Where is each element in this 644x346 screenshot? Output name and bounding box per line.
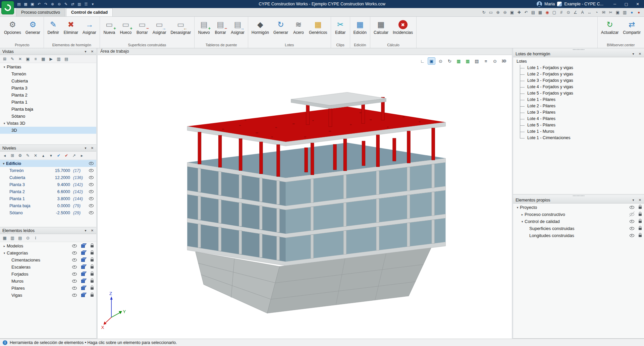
chevron-right-icon[interactable]: ▸ <box>520 213 525 216</box>
orbit-icon[interactable]: ↻ <box>481 9 487 16</box>
gray-column[interactable] <box>259 206 262 230</box>
gray-column[interactable] <box>376 227 379 250</box>
ribbon-button-nuevo[interactable]: ▤+Nuevo <box>196 18 212 36</box>
close-panel-icon[interactable]: ✕ <box>638 198 642 202</box>
red-column[interactable] <box>311 143 314 175</box>
visibility-icon[interactable]: ⊙ <box>437 57 444 65</box>
red-column[interactable] <box>277 145 280 176</box>
chevron-down-icon[interactable]: ▾ <box>2 251 7 255</box>
eye-icon[interactable] <box>89 182 94 187</box>
close-button[interactable]: ✕ <box>632 0 643 8</box>
eye-icon[interactable] <box>72 264 77 269</box>
lote-item-lote-5-pilares[interactable]: Lote 5 - Pilares <box>515 122 643 128</box>
lote-item-lote-4-forjados-y-vigas[interactable]: Lote 4 - Forjados y vigas <box>515 84 643 90</box>
analysis-icon[interactable]: ▦ <box>455 57 463 65</box>
read-element-row-categorias[interactable]: ▾Categorías <box>0 249 96 256</box>
close-panel-icon[interactable]: ✕ <box>90 50 95 53</box>
layers-icon[interactable]: ≡ <box>482 57 490 65</box>
delete-level-icon[interactable]: ✕ <box>32 152 39 159</box>
zoom-window-icon[interactable]: ▭ <box>488 9 494 16</box>
gray-column[interactable] <box>218 199 221 223</box>
globe-icon[interactable]: ● <box>629 9 635 16</box>
windows-icon[interactable]: ▣ <box>614 9 621 16</box>
level-row-sotano[interactable]: Sótano-2.5000(29) <box>0 209 96 216</box>
user-name[interactable]: Maria <box>544 2 555 6</box>
ribbon-button-opciones[interactable]: ⚙Opciones <box>2 18 23 36</box>
collapse-panel-icon[interactable]: ▾ <box>631 52 636 56</box>
delete-view-icon[interactable]: ✕ <box>17 56 23 62</box>
layout-icon[interactable]: ▥ <box>76 1 82 7</box>
red-column[interactable] <box>343 139 347 171</box>
lote-item-lote-5-forjados-y-vigas[interactable]: Lote 5 - Forjados y vigas <box>515 90 643 97</box>
ribbon-button-borrar[interactable]: ▤−Borrar <box>213 18 228 36</box>
zoom-out-icon[interactable]: ⊖ <box>502 9 508 16</box>
eye-off-icon[interactable] <box>629 212 635 217</box>
eye-icon[interactable] <box>629 205 635 210</box>
print-icon[interactable]: ▤ <box>530 9 536 16</box>
level-row-planta-1[interactable]: Planta 13.8000(144) <box>0 195 96 202</box>
zoom-out-icon[interactable]: ⊖ <box>56 1 62 7</box>
own-element-row-superficies-construidas[interactable]: Superficies construidas <box>513 225 644 232</box>
workplane-icon[interactable]: ∟ <box>419 57 426 65</box>
edit-view-icon[interactable]: ✎ <box>9 56 16 62</box>
qat-dropdown-icon[interactable]: ▾ <box>90 1 96 7</box>
info-icon[interactable]: i <box>32 235 39 241</box>
lote-item-lote-3-forjados-y-vigas[interactable]: Lote 3 - Forjados y vigas <box>515 77 643 84</box>
ribbon-button-generar[interactable]: ↻Generar <box>272 18 290 36</box>
level-row-planta-baja[interactable]: Planta baja0.0000(79) <box>0 202 96 209</box>
eye-icon[interactable] <box>72 250 77 255</box>
group-by-category-icon[interactable]: ▥ <box>9 235 16 241</box>
bim-model-cube-icon[interactable] <box>81 250 86 255</box>
redo-icon[interactable]: ↷ <box>43 1 49 7</box>
collapse-panel-icon[interactable]: ▾ <box>83 229 88 232</box>
view-tree-item-planta-2[interactable]: Planta 2 <box>0 92 96 99</box>
red-column[interactable] <box>259 142 263 174</box>
lock-icon[interactable] <box>90 264 94 269</box>
level-row-planta-2[interactable]: Planta 26.6000(142) <box>0 188 96 195</box>
gray-column[interactable] <box>277 181 280 205</box>
ribbon-button-desasignar[interactable]: ▭←Desasignar <box>169 18 193 36</box>
gray-column[interactable] <box>432 220 435 244</box>
gray-column[interactable] <box>198 168 201 192</box>
eye-icon[interactable] <box>89 210 94 215</box>
chevron-down-icon[interactable]: ▾ <box>2 122 7 125</box>
read-element-row-pilares[interactable]: Pilares <box>0 285 96 292</box>
export-view-icon[interactable]: ▤ <box>63 56 70 62</box>
frame-icon[interactable]: ▢ <box>551 9 557 16</box>
zoom-all-icon[interactable]: ▣ <box>509 9 515 16</box>
eye-icon[interactable] <box>629 219 635 224</box>
ribbon-button-compartir[interactable]: ⇄Compartir <box>621 18 642 36</box>
cut-icon[interactable]: ✂ <box>607 9 614 16</box>
gray-column[interactable] <box>311 179 314 203</box>
gray-column[interactable] <box>218 227 221 251</box>
read-element-row-muros[interactable]: Muros <box>0 278 96 285</box>
view-tree-item-planta-3[interactable]: Planta 3 <box>0 84 96 92</box>
snap-icon[interactable]: ⊙ <box>565 9 572 16</box>
lock-icon[interactable] <box>638 212 642 216</box>
view-tree-item-sotano[interactable]: Sótano <box>0 113 96 120</box>
level-row-torreon[interactable]: Torreón15.7000(17) <box>0 167 96 174</box>
bim-model-cube-icon[interactable] <box>81 278 86 283</box>
ribbon-button-incidencias[interactable]: ✖Incidencias <box>391 18 415 36</box>
chevron-right-icon[interactable]: ▸ <box>2 244 7 248</box>
open-file-icon[interactable]: ▦ <box>23 1 29 7</box>
read-element-row-escaleras[interactable]: Escaleras <box>0 264 96 271</box>
gray-column[interactable] <box>343 175 346 199</box>
uncheck-all-icon[interactable]: ✔ <box>63 152 70 159</box>
red-column[interactable] <box>333 145 336 170</box>
read-element-row-vigas[interactable]: Vigas <box>0 292 96 299</box>
ghost-view-icon[interactable]: ⊙ <box>491 57 499 65</box>
cype-logo-icon[interactable] <box>1 1 14 14</box>
label-3d[interactable]: 3D <box>500 57 508 65</box>
ribbon-button-genericos[interactable]: ▦Genéricos <box>307 18 329 36</box>
previous-view-icon[interactable]: ↶ <box>523 9 529 16</box>
expand-tree-icon[interactable]: ▤ <box>17 235 23 241</box>
duplicate-view-icon[interactable]: ▣ <box>24 56 31 62</box>
gray-column[interactable] <box>239 175 242 198</box>
pan-icon[interactable]: ✚ <box>516 9 522 16</box>
eye-icon[interactable] <box>72 285 77 290</box>
check-all-icon[interactable]: ✔ <box>55 152 62 159</box>
red-column[interactable] <box>376 135 380 167</box>
new-file-icon[interactable]: ▤ <box>16 1 22 7</box>
tab-proceso-constructivo[interactable]: Proceso constructivo <box>16 8 65 16</box>
